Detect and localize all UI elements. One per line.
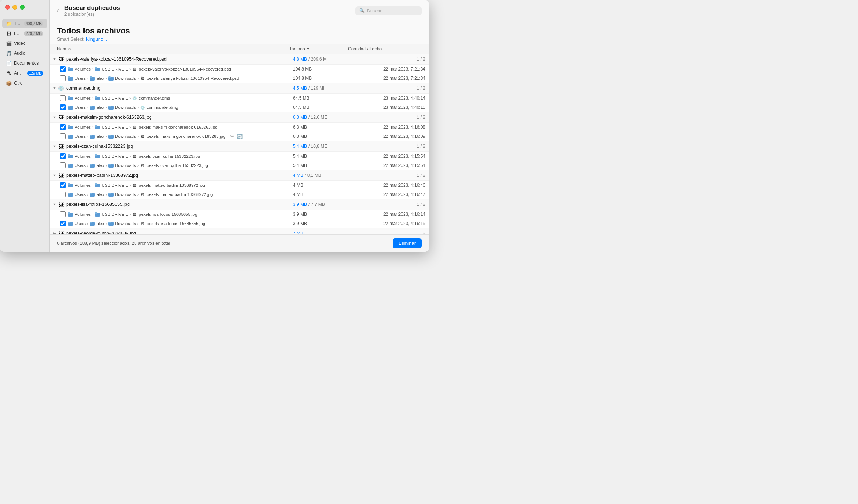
file-group-g7: ▶ 🖼 pexels-george-milton-7034609.jpg 7 M… — [50, 228, 429, 234]
file-checkbox-g5-0[interactable] — [60, 182, 66, 188]
group-size-g1: 4,8 MB / 209,6 M — [293, 57, 352, 62]
group-header-g5[interactable]: ▼ 🖼 pexels-matteo-badini-13368972.jpg 4 … — [50, 170, 429, 180]
path-segment: Users — [75, 105, 86, 110]
sidebar-badge-archivos: 129 MB — [27, 71, 43, 76]
file-icon: 🖼 — [132, 212, 137, 217]
file-checkbox-g5-1[interactable] — [60, 192, 66, 197]
folder-icon — [90, 192, 95, 197]
folder-icon — [68, 96, 73, 101]
group-file-icon-g2: 💿 — [58, 85, 64, 91]
file-group-g4: ▼ 🖼 pexels-ozan-çulha-15332223.jpg 5,4 M… — [50, 141, 429, 170]
sidebar-item-otro[interactable]: 📦 Otro — [2, 78, 47, 88]
sidebar-item-archivos[interactable]: 🗜 Archivos 129 MB — [2, 68, 47, 78]
sidebar-item-label-otro: Otro — [14, 81, 43, 86]
folder-icon — [68, 154, 73, 159]
folder-icon — [95, 212, 100, 217]
file-path-g1-0: Volumes› USB DRIVE L›🖼pexels-valeriya-ko… — [68, 67, 293, 72]
smart-select-chevron[interactable]: ⌄ — [105, 37, 108, 42]
sidebar-item-imagenes[interactable]: 🖼 Imágenes 279,7 MB — [2, 29, 47, 38]
close-button[interactable] — [5, 5, 10, 10]
path-arrow: › — [137, 106, 139, 110]
file-icon: 🖼 — [132, 67, 137, 72]
file-checkbox-g1-0[interactable] — [60, 66, 66, 72]
path-arrow: › — [137, 135, 139, 139]
file-path-g3-1: Users› alex› Downloads›🖼pexels-maksim-go… — [68, 133, 293, 139]
file-checkbox-g3-0[interactable] — [60, 124, 66, 130]
file-row-g6-1: Users› alex› Downloads›🖼pexels-lisa-foti… — [50, 219, 429, 228]
file-checkbox-g4-1[interactable] — [60, 162, 66, 168]
sidebar-item-video[interactable]: 🎬 Vídeo — [2, 39, 47, 48]
svg-rect-59 — [108, 222, 111, 223]
path-segment: pexels-lisa-fotios-15685655.jpg — [139, 212, 197, 217]
sidebar-item-label-documentos: Documentos — [14, 61, 43, 66]
group-header-g4[interactable]: ▼ 🖼 pexels-ozan-çulha-15332223.jpg 5,4 M… — [50, 141, 429, 151]
path-arrow: › — [92, 154, 93, 158]
file-checkbox-g3-1[interactable] — [60, 133, 66, 139]
file-checkbox-g2-0[interactable] — [60, 95, 66, 101]
smart-select-value[interactable]: Ninguno — [86, 37, 103, 42]
file-date-g1-1: 22 mar 2023, 7:21:34 — [352, 76, 425, 81]
path-arrow: › — [137, 164, 139, 168]
path-segment: Downloads — [115, 76, 136, 81]
group-header-g6[interactable]: ▼ 🖼 pexels-lisa-fotios-15685655.jpg 3,9 … — [50, 199, 429, 210]
path-arrow: › — [92, 125, 93, 129]
file-path-g4-0: Volumes› USB DRIVE L›🖼pexels-ozan-çulha-… — [68, 154, 293, 159]
path-arrow: › — [106, 76, 107, 81]
chevron-g5-icon: ▼ — [52, 173, 57, 178]
search-input[interactable] — [367, 8, 418, 14]
todos-icon: 📁 — [6, 21, 12, 26]
path-segment: Users — [75, 192, 86, 197]
group-header-g7[interactable]: ▶ 🖼 pexels-george-milton-7034609.jpg 7 M… — [50, 228, 429, 234]
sidebar: 📁 Todos los arc... 408,7 MB 🖼 Imágenes 2… — [0, 0, 50, 252]
main-content: ⌂ Buscar duplicados 2 ubicación(es) 🔍 To… — [50, 0, 429, 252]
group-size-g3: 6,3 MB / 12,6 ME — [293, 115, 352, 120]
group-header-g3[interactable]: ▼ 🖼 pexels-maksim-goncharenok-6163263.jp… — [50, 112, 429, 122]
folder-icon — [68, 105, 73, 110]
file-checkbox-g1-1[interactable] — [60, 75, 66, 81]
minimize-button[interactable] — [12, 5, 17, 10]
path-arrow: › — [106, 164, 107, 168]
folder-icon — [108, 221, 114, 226]
chevron-g2-icon: ▼ — [52, 86, 57, 91]
path-arrow: › — [87, 222, 88, 226]
file-group-g2: ▼ 💿 commander.dmg 4,5 MB / 129 MI 1 / 2 … — [50, 83, 429, 112]
file-row-g6-0: Volumes› USB DRIVE L›🖼pexels-lisa-fotios… — [50, 210, 429, 219]
col-size-header[interactable]: Tamaño ▼ — [289, 46, 348, 51]
footer-info: 6 archivos (188,9 MB) seleccionados, 28 … — [57, 241, 170, 246]
preview-icon[interactable]: 👁 — [229, 133, 235, 139]
path-segment: commander.dmg — [147, 105, 178, 110]
file-checkbox-g6-1[interactable] — [60, 221, 66, 226]
folder-icon — [68, 212, 73, 217]
file-checkbox-g4-0[interactable] — [60, 153, 66, 159]
file-checkbox-g2-1[interactable] — [60, 104, 66, 110]
group-file-icon-g7: 🖼 — [58, 230, 64, 234]
path-segment: pexels-ozan-çulha-15332223.jpg — [139, 154, 200, 158]
file-size-g3-1: 6,3 MB — [293, 134, 352, 139]
folder-icon — [95, 183, 100, 188]
folder-icon — [90, 105, 95, 110]
sidebar-item-documentos[interactable]: 📄 Documentos — [2, 58, 47, 68]
svg-rect-43 — [95, 183, 97, 185]
sidebar-item-todos[interactable]: 📁 Todos los arc... 408,7 MB — [2, 19, 47, 28]
sidebar-item-audio[interactable]: 🎵 Audio — [2, 49, 47, 58]
folder-icon — [68, 134, 73, 139]
group-header-g2[interactable]: ▼ 💿 commander.dmg 4,5 MB / 129 MI 1 / 2 — [50, 83, 429, 93]
sync-icon[interactable]: 🔄 — [237, 133, 243, 139]
path-arrow: › — [129, 212, 131, 217]
delete-button[interactable]: Eliminar — [393, 238, 422, 248]
maximize-button[interactable] — [20, 5, 25, 10]
group-header-g1[interactable]: ▼ 🖼 pexels-valeriya-kobzar-13610954-Reco… — [50, 54, 429, 64]
file-icon: 🖼 — [140, 134, 145, 139]
file-icon: 🖼 — [132, 154, 137, 159]
search-bar[interactable]: 🔍 — [355, 6, 422, 15]
svg-rect-7 — [90, 76, 92, 78]
group-count-g4: 1 / 2 — [352, 144, 425, 149]
svg-rect-1 — [68, 67, 70, 69]
folder-icon — [108, 134, 114, 139]
file-size-g4-1: 5,4 MB — [293, 163, 352, 168]
file-date-g6-1: 22 mar 2023, 4:16:15 — [352, 221, 425, 226]
file-checkbox-g6-0[interactable] — [60, 211, 66, 217]
path-segment: alex — [96, 221, 104, 226]
file-date-g4-1: 22 mar 2023, 4:15:54 — [352, 163, 425, 168]
svg-rect-13 — [95, 96, 97, 98]
